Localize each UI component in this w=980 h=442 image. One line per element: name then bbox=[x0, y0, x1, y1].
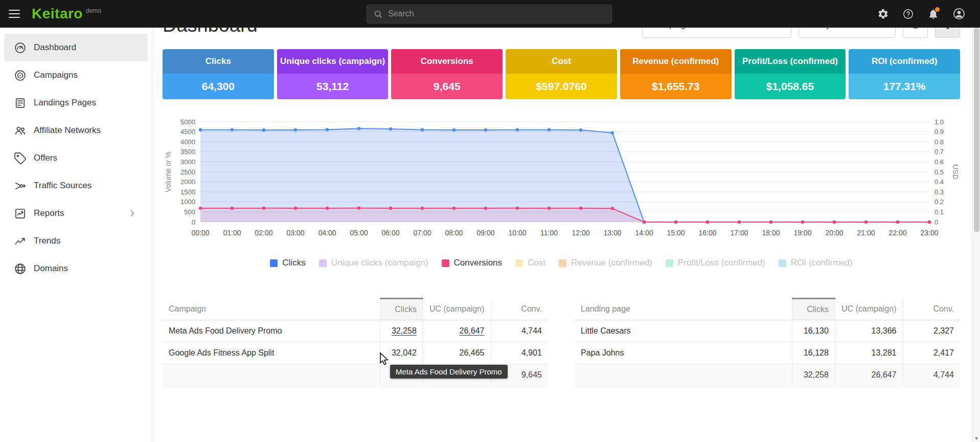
clicks-cell: 32,042 bbox=[380, 342, 423, 364]
metric-card-profit-loss-confirmed: Profit/Loss (confirmed) $1,058.65 bbox=[735, 49, 846, 99]
scrollbar-down-arrow[interactable]: ▼ bbox=[973, 436, 980, 441]
help-button[interactable] bbox=[902, 8, 914, 20]
svg-text:1000: 1000 bbox=[180, 198, 195, 206]
conversions-cell: 2,417 bbox=[903, 342, 960, 364]
legend-item-cost[interactable]: Cost bbox=[515, 258, 545, 268]
column-header-clicks[interactable]: Clicks bbox=[380, 299, 423, 320]
svg-text:2000: 2000 bbox=[180, 178, 195, 186]
metric-label: Profit/Loss (confirmed) bbox=[735, 49, 846, 74]
offers-icon bbox=[13, 151, 27, 165]
metric-label: Revenue (confirmed) bbox=[620, 49, 732, 74]
sidebar-item-offers[interactable]: Offers bbox=[4, 144, 148, 172]
notification-dot bbox=[935, 7, 940, 12]
legend-swatch bbox=[319, 259, 327, 267]
metric-cards-row: Clicks 64,300 Unique clicks (campaign) 5… bbox=[163, 49, 960, 99]
user-avatar-icon bbox=[952, 7, 966, 20]
svg-text:0: 0 bbox=[935, 218, 938, 226]
affiliate-networks-icon bbox=[13, 124, 27, 137]
totals-empty-cell bbox=[575, 364, 792, 386]
legend-item-profit-loss-confirmed[interactable]: Profit/Loss (confirmed) bbox=[666, 258, 765, 268]
svg-text:1500: 1500 bbox=[180, 188, 195, 196]
metric-card-revenue-confirmed: Revenue (confirmed) $1,655.73 bbox=[620, 49, 732, 99]
sidebar-item-domains[interactable]: Domains bbox=[4, 255, 148, 282]
uc-campaign-cell: 13,366 bbox=[835, 320, 903, 342]
metric-value: 9,645 bbox=[391, 74, 503, 99]
legend-item-roi-confirmed[interactable]: ROI (confirmed) bbox=[779, 258, 853, 268]
sidebar-item-label: Landings Pages bbox=[34, 98, 96, 108]
campaign-name-cell[interactable]: Google Ads Fitness App Split bbox=[163, 342, 380, 364]
campaign-row[interactable]: Google Ads Fitness App Split 32,042 26,4… bbox=[163, 342, 548, 364]
svg-text:14:00: 14:00 bbox=[635, 229, 653, 237]
sidebar-item-label: Affiliate Networks bbox=[34, 125, 101, 136]
campaign-row[interactable]: Meta Ads Food Delivery Promo 32,258 26,6… bbox=[163, 320, 548, 342]
metric-card-conversions: Conversions 9,645 bbox=[391, 49, 503, 99]
column-header-clicks[interactable]: Clicks bbox=[792, 299, 835, 320]
sidebar-item-dashboard[interactable]: Dashboard bbox=[4, 34, 148, 61]
conversions-cell: 4,744 bbox=[491, 320, 548, 342]
legend-label: Revenue (confirmed) bbox=[571, 258, 652, 268]
campaign-name-cell[interactable]: Meta Ads Food Delivery Promo bbox=[163, 320, 380, 342]
column-header-conv[interactable]: Conv. bbox=[491, 299, 548, 320]
svg-text:5000: 5000 bbox=[180, 118, 195, 126]
app-logo[interactable]: Keitaro demo bbox=[32, 6, 101, 21]
column-header-uc-campaign[interactable]: UC (campaign) bbox=[423, 299, 491, 320]
svg-text:0.2: 0.2 bbox=[935, 198, 944, 206]
legend-label: Profit/Loss (confirmed) bbox=[678, 258, 765, 268]
svg-text:07:00: 07:00 bbox=[413, 229, 431, 237]
landing-page-row[interactable]: Little Caesars 16,130 13,366 2,327 bbox=[575, 320, 960, 342]
main-content: Dashboard Campaigns Today bbox=[152, 0, 980, 386]
notifications-button[interactable] bbox=[927, 8, 939, 20]
search-bar bbox=[367, 5, 612, 24]
sidebar-item-reports[interactable]: Reports bbox=[4, 200, 148, 227]
sidebar-item-traffic-sources[interactable]: Traffic Sources bbox=[4, 172, 148, 200]
metric-value: $1,058.65 bbox=[735, 74, 846, 99]
uc-campaign-cell: 26,465 bbox=[423, 342, 491, 364]
legend-label: Clicks bbox=[282, 258, 305, 268]
svg-text:12:00: 12:00 bbox=[572, 229, 589, 237]
scrollbar-thumb[interactable] bbox=[974, 28, 979, 232]
legend-label: Conversions bbox=[454, 258, 503, 268]
column-header-campaign[interactable]: Campaign bbox=[163, 299, 380, 320]
svg-text:0.9: 0.9 bbox=[935, 128, 944, 136]
column-header-landing-page[interactable]: Landing page bbox=[575, 299, 792, 320]
landings-pages-icon bbox=[13, 96, 27, 109]
uc-campaign-cell: 26,647 bbox=[423, 320, 491, 342]
landing-page-name-cell[interactable]: Papa Johns bbox=[575, 342, 792, 364]
landing-page-name-cell[interactable]: Little Caesars bbox=[575, 320, 792, 342]
sidebar-item-label: Dashboard bbox=[34, 42, 76, 53]
scrollbar[interactable]: ▼ bbox=[972, 28, 980, 442]
legend-item-unique-clicks-campaign[interactable]: Unique clicks (campaign) bbox=[319, 258, 428, 268]
metric-label: Unique clicks (campaign) bbox=[277, 49, 389, 74]
legend-label: Cost bbox=[528, 258, 545, 268]
column-header-uc-campaign[interactable]: UC (campaign) bbox=[835, 299, 903, 320]
svg-text:05:00: 05:00 bbox=[350, 229, 368, 237]
metric-card-clicks: Clicks 64,300 bbox=[163, 49, 274, 99]
traffic-chart[interactable]: 0500100015002000250030003500400045005000… bbox=[163, 115, 960, 244]
svg-text:0.7: 0.7 bbox=[935, 148, 944, 156]
sidebar-item-campaigns[interactable]: Campaigns bbox=[4, 61, 148, 89]
search-input[interactable] bbox=[388, 9, 605, 18]
settings-gear-button[interactable] bbox=[877, 8, 889, 20]
column-header-conv[interactable]: Conv. bbox=[903, 299, 960, 320]
svg-text:16:00: 16:00 bbox=[698, 229, 716, 237]
chart-legend: Clicks Unique clicks (campaign) Conversi… bbox=[163, 258, 960, 268]
legend-item-clicks[interactable]: Clicks bbox=[270, 258, 305, 268]
legend-swatch bbox=[779, 259, 786, 267]
metric-label: Cost bbox=[506, 49, 617, 74]
svg-text:08:00: 08:00 bbox=[445, 229, 463, 237]
svg-text:500: 500 bbox=[184, 208, 195, 216]
hamburger-menu-button[interactable] bbox=[0, 0, 29, 28]
svg-text:09:00: 09:00 bbox=[476, 229, 494, 237]
metric-value: $1,655.73 bbox=[620, 74, 732, 99]
sidebar-item-trends[interactable]: Trends bbox=[4, 227, 148, 255]
sidebar-item-landings-pages[interactable]: Landings Pages bbox=[4, 89, 148, 117]
account-button[interactable] bbox=[952, 7, 966, 20]
sidebar: Dashboard Campaigns Landings Pages Affil… bbox=[0, 28, 152, 442]
totals-conv-cell: 4,744 bbox=[903, 364, 960, 386]
legend-item-conversions[interactable]: Conversions bbox=[442, 258, 503, 268]
svg-text:10:00: 10:00 bbox=[508, 229, 526, 237]
svg-text:2500: 2500 bbox=[180, 168, 195, 176]
sidebar-item-affiliate-networks[interactable]: Affiliate Networks bbox=[4, 117, 148, 144]
landing-page-row[interactable]: Papa Johns 16,128 13,281 2,417 bbox=[575, 342, 960, 364]
legend-item-revenue-confirmed[interactable]: Revenue (confirmed) bbox=[559, 258, 652, 268]
